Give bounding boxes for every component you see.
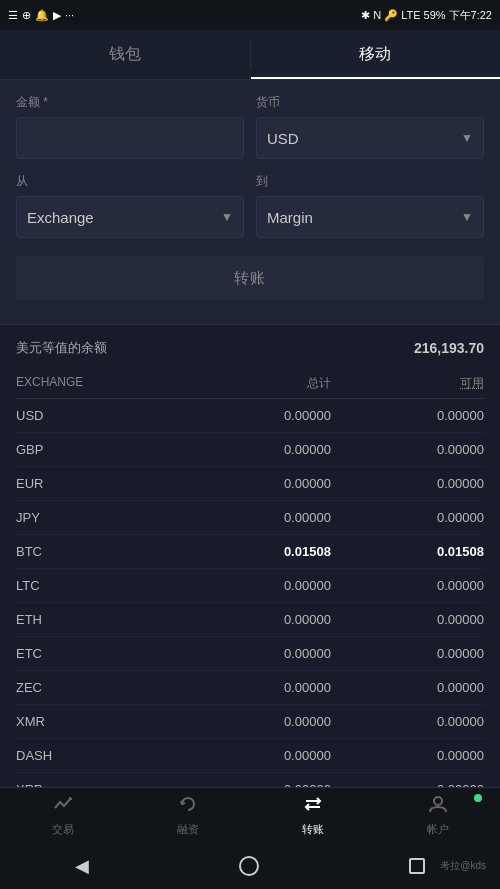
td-available-etc: 0.00000: [341, 646, 484, 661]
td-available-ltc: 0.00000: [341, 578, 484, 593]
from-value: Exchange: [27, 209, 94, 226]
balance-label: 美元等值的余额: [16, 339, 107, 357]
transfer-icon: [303, 794, 323, 819]
td-available-xmr: 0.00000: [341, 714, 484, 729]
currency-field: 货币 USD ▼: [256, 94, 484, 159]
table-row: EUR 0.00000 0.00000: [16, 467, 484, 501]
currency-label: 货币: [256, 94, 484, 111]
table-row: USD 0.00000 0.00000: [16, 399, 484, 433]
td-currency-eur: EUR: [16, 476, 188, 491]
from-select[interactable]: Exchange ▼: [16, 196, 244, 238]
app-icon: ⊕: [22, 9, 31, 22]
header-total: 总计: [188, 375, 341, 392]
header-exchange: EXCHANGE: [16, 375, 188, 392]
system-bar: ◀ 考拉@kds: [0, 843, 500, 889]
status-right-icons: ✱ N 🔑 LTE 59% 下午7:22: [361, 8, 492, 23]
balance-section: 美元等值的余额 216,193.70: [0, 324, 500, 367]
transfer-label: 转账: [302, 822, 324, 837]
td-total-zec: 0.00000: [188, 680, 341, 695]
watermark: 考拉@kds: [440, 859, 486, 873]
td-currency-jpy: JPY: [16, 510, 188, 525]
td-total-ltc: 0.00000: [188, 578, 341, 593]
funding-label: 融资: [177, 822, 199, 837]
amount-label: 金额 *: [16, 94, 244, 111]
funding-icon: [178, 794, 198, 819]
table-row: DASH 0.00000 0.00000: [16, 739, 484, 773]
tab-wallet[interactable]: 钱包: [0, 30, 250, 79]
td-available-gbp: 0.00000: [341, 442, 484, 457]
td-currency-xmr: XMR: [16, 714, 188, 729]
dots-icon: ···: [65, 9, 74, 21]
bell-icon: 🔔: [35, 9, 49, 22]
currency-arrow-icon: ▼: [461, 131, 473, 145]
tab-move[interactable]: 移动: [251, 30, 501, 79]
time-label: 下午7:22: [449, 8, 492, 23]
nfc-icon: N: [373, 9, 381, 21]
table-header: EXCHANGE 总计 可用: [16, 367, 484, 399]
svg-point-4: [434, 797, 442, 805]
back-button[interactable]: ◀: [75, 855, 89, 877]
header-available: 可用: [341, 375, 484, 392]
nav-trade[interactable]: 交易: [0, 788, 125, 843]
amount-input[interactable]: [27, 130, 233, 146]
currency-select[interactable]: USD ▼: [256, 117, 484, 159]
nav-funding[interactable]: 融资: [125, 788, 250, 843]
transfer-button[interactable]: 转账: [16, 256, 484, 300]
table-body: USD 0.00000 0.00000 GBP 0.00000 0.00000 …: [16, 399, 484, 807]
table-row: LTC 0.00000 0.00000: [16, 569, 484, 603]
td-available-dash: 0.00000: [341, 748, 484, 763]
account-icon: [428, 794, 448, 819]
balance-row: 美元等值的余额 216,193.70: [16, 339, 484, 357]
transfer-btn-wrap: 转账: [16, 252, 484, 306]
amount-field: 金额 *: [16, 94, 244, 159]
play-icon: ▶: [53, 9, 61, 22]
from-arrow-icon: ▼: [221, 210, 233, 224]
nav-transfer[interactable]: 转账: [250, 788, 375, 843]
status-bar: ☰ ⊕ 🔔 ▶ ··· ✱ N 🔑 LTE 59% 下午7:22: [0, 0, 500, 30]
td-total-etc: 0.00000: [188, 646, 341, 661]
td-total-gbp: 0.00000: [188, 442, 341, 457]
td-currency-ltc: LTC: [16, 578, 188, 593]
menu-icon: ☰: [8, 9, 18, 22]
amount-input-wrap[interactable]: [16, 117, 244, 159]
to-field: 到 Margin ▼: [256, 173, 484, 238]
td-currency-zec: ZEC: [16, 680, 188, 695]
td-total-eur: 0.00000: [188, 476, 341, 491]
nav-account[interactable]: 帐户: [375, 788, 500, 843]
td-currency-dash: DASH: [16, 748, 188, 763]
table-row: BTC 0.01508 0.01508: [16, 535, 484, 569]
td-total-jpy: 0.00000: [188, 510, 341, 525]
bottom-nav: 交易 融资 转账 帐户: [0, 787, 500, 843]
td-available-btc: 0.01508: [341, 544, 484, 559]
home-button[interactable]: [239, 856, 259, 876]
table-row: XMR 0.00000 0.00000: [16, 705, 484, 739]
trade-label: 交易: [52, 822, 74, 837]
table-row: JPY 0.00000 0.00000: [16, 501, 484, 535]
currency-value: USD: [267, 130, 299, 147]
bluetooth-icon: ✱: [361, 9, 370, 22]
account-online-dot: [474, 794, 482, 802]
table-row: ZEC 0.00000 0.00000: [16, 671, 484, 705]
top-tab-bar: 钱包 移动: [0, 30, 500, 80]
recents-button[interactable]: [409, 858, 425, 874]
td-total-dash: 0.00000: [188, 748, 341, 763]
td-available-zec: 0.00000: [341, 680, 484, 695]
to-label: 到: [256, 173, 484, 190]
td-total-eth: 0.00000: [188, 612, 341, 627]
td-available-jpy: 0.00000: [341, 510, 484, 525]
td-currency-btc: BTC: [16, 544, 188, 559]
form-row-2: 从 Exchange ▼ 到 Margin ▼: [16, 173, 484, 238]
table-row: ETC 0.00000 0.00000: [16, 637, 484, 671]
td-total-btc: 0.01508: [188, 544, 341, 559]
to-value: Margin: [267, 209, 313, 226]
from-label: 从: [16, 173, 244, 190]
td-available-eur: 0.00000: [341, 476, 484, 491]
account-label: 帐户: [427, 822, 449, 837]
to-arrow-icon: ▼: [461, 210, 473, 224]
table-section: EXCHANGE 总计 可用 USD 0.00000 0.00000 GBP 0…: [0, 367, 500, 850]
battery-icon: 59%: [424, 9, 446, 21]
td-currency-eth: ETH: [16, 612, 188, 627]
to-select[interactable]: Margin ▼: [256, 196, 484, 238]
form-area: 金额 * 货币 USD ▼ 从 Exchange ▼ 到 Margin: [0, 80, 500, 324]
td-currency-gbp: GBP: [16, 442, 188, 457]
